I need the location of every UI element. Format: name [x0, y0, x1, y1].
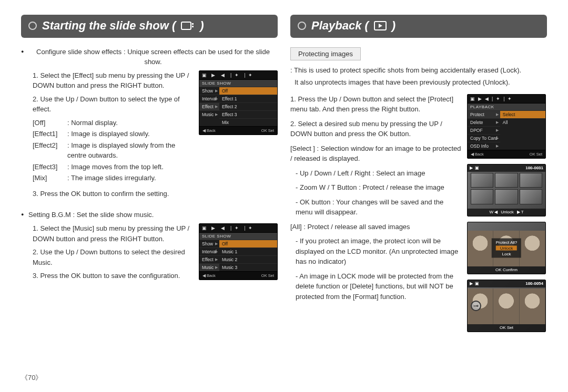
slideshow-icon: [181, 20, 195, 31]
lcd-opt: Music 2: [219, 255, 277, 263]
protect-select-head: [Select ] : Selection window for an imag…: [290, 143, 462, 164]
unlock-label: Unlock: [501, 210, 513, 214]
thumb-protect-all: Protect All? Unlock Lock OK Confirm: [467, 222, 546, 274]
lcd-row: OSD Info▶: [468, 142, 500, 150]
file-number: 100-0054: [525, 281, 543, 286]
left-heading-banner: Starting the slide show ( ): [21, 15, 278, 38]
protect-step1: 1. Press the Up / Down button and select…: [290, 94, 462, 115]
def-mix-key: [Mix]: [33, 173, 62, 183]
lcd-set: OK Set: [530, 152, 542, 157]
lcd-opt: Music 1: [219, 247, 277, 255]
lcd-row: Interval▶: [199, 247, 219, 255]
left-heading-text: Starting the slide show (: [42, 19, 176, 33]
protect-desc1: : This is used to protect specific shots…: [290, 66, 547, 76]
lcd-row: Effect▶: [199, 255, 219, 263]
lcd-back: ◀ Back: [471, 152, 484, 157]
protect-select-l1: - Up / Down / Left / Right : Select an i…: [296, 168, 462, 179]
bullet-dot-icon: [28, 22, 37, 30]
effects-step1: 1. Select the [Effect] sub menu by press…: [33, 70, 194, 91]
thumb-locked-image: ▶▣100-0054 ⊸ OK Set: [467, 280, 546, 332]
lcd-opt: Select: [500, 110, 545, 118]
thumb-select-grid: ▶▣100-0031 W ◀ Unlock ▶ T: [467, 164, 546, 216]
effects-intro: Configure slide show effects : Unique sc…: [21, 47, 278, 67]
protect-all-lock: Lock: [502, 251, 511, 256]
lcd-playback-title: PLAYBACK: [468, 104, 545, 110]
protecting-subhead: Protecting images: [290, 47, 361, 60]
lcd-effect-menu: ▣▶◀|✦|✦ SLIDE SHOW Show▶ Interval▶ Effec…: [199, 70, 278, 135]
lcd-back: ◀ Back: [202, 273, 216, 278]
lcd-row: DPOF▶: [468, 126, 500, 134]
lcd-opt: Effect 2: [219, 102, 277, 110]
section-music: Setting B.G.M : Set the slide show music…: [21, 210, 278, 284]
play-icon: ▶: [470, 166, 473, 170]
lcd-row: Interval▶: [199, 95, 219, 102]
protect-desc2: It also unprotects images that have been…: [295, 78, 547, 88]
lcd-row: Show▶: [199, 87, 219, 95]
lcd-opt: Effect 1: [219, 95, 277, 102]
page-number: 《70》: [21, 373, 42, 383]
file-number: 100-0031: [525, 166, 543, 170]
svg-rect-0: [181, 22, 191, 29]
lcd-opt: Off: [219, 240, 277, 247]
protect-all-l1: - If you protect an image, the protect i…: [296, 236, 462, 267]
svg-marker-4: [379, 24, 382, 28]
def-off-val: : Normal display.: [67, 118, 194, 128]
protect-all-title: Protect All?: [496, 240, 517, 244]
effects-step2: 2. Use the Up / Down button to select th…: [33, 94, 194, 115]
lcd-row: Show▶: [199, 240, 219, 247]
lcd-row: Music▶: [199, 110, 219, 118]
effects-step3: 3. Press the OK button to confirm the se…: [33, 189, 194, 199]
protect-all-unlock: Unlock: [496, 245, 517, 250]
music-step2: 2. Use the Up / Down buttons to select t…: [33, 247, 194, 267]
confirm-label: OK Confirm: [495, 267, 518, 272]
def-e1-key: [Effect1]: [33, 129, 62, 139]
def-e3-key: [Effect3]: [33, 162, 62, 172]
def-e2-key: [Effect2]: [33, 140, 62, 161]
def-mix-val: : The image slides irregularly.: [67, 173, 194, 183]
lcd-music-title: SLIDE SHOW: [199, 233, 277, 240]
ok-set-label: OK Set: [500, 325, 513, 330]
lcd-opt: Mix: [219, 118, 277, 126]
music-step1: 1. Select the [Music] sub menu by pressi…: [33, 223, 194, 244]
lcd-opt: Music 3: [219, 263, 277, 271]
music-step3: 3. Press the OK button to save the confi…: [33, 271, 194, 281]
section-effects: Configure slide show effects : Unique sc…: [21, 47, 278, 202]
protect-step2: 2. Select a desired sub menu by pressing…: [290, 119, 462, 139]
right-heading-text: Playback (: [311, 19, 369, 33]
lcd-music-menu: ▣▶◀|✦|✦ SLIDE SHOW Show▶ Interval▶ Effec…: [199, 223, 278, 280]
playback-icon: [374, 21, 387, 30]
right-heading-close: ): [392, 19, 395, 33]
lcd-set: OK Set: [261, 273, 274, 278]
lcd-set: OK Set: [261, 128, 274, 133]
zoom-t-label: ▶ T: [517, 210, 524, 214]
def-e2-val: : Image is displayed slowly from the cen…: [67, 140, 194, 161]
lcd-back: ◀ Back: [202, 128, 216, 133]
protect-all-l2: - An image in LOCK mode will be protecte…: [296, 271, 462, 302]
lcd-effect-title: SLIDE SHOW: [199, 80, 277, 87]
left-heading-close: ): [200, 19, 204, 33]
def-e3-val: : Image moves from the top left.: [67, 162, 194, 172]
right-heading-banner: Playback ( ): [290, 15, 547, 38]
music-intro: Setting B.G.M : Set the slide show music…: [21, 210, 278, 220]
lcd-row: Protect▶: [468, 110, 500, 118]
left-column: Starting the slide show ( ) Configure sl…: [21, 15, 278, 332]
lcd-row: Copy To Card▶: [468, 134, 500, 142]
protect-all-head: [All] : Protect / release all saved imag…: [290, 222, 462, 232]
svg-rect-1: [192, 23, 194, 25]
lock-icon: ⊸: [471, 301, 481, 311]
protect-select-l3: - OK button : Your changes will be saved…: [296, 197, 462, 218]
def-off-key: [Off]: [33, 118, 62, 128]
protect-select-l2: - Zoom W / T Button : Protect / release …: [296, 182, 462, 193]
right-column: Playback ( ) Protecting images : This is…: [290, 15, 547, 332]
lcd-row: Music▶: [199, 263, 219, 271]
zoom-w-label: W ◀: [489, 210, 498, 214]
bullet-dot-icon: [298, 22, 306, 30]
lcd-opt: Effect 3: [219, 110, 277, 118]
lcd-opt: All: [500, 118, 545, 126]
lcd-opt: Off: [219, 87, 277, 95]
lcd-row: Effect▶: [199, 102, 219, 110]
lcd-playback-menu: ▣▶◀|✦|✦ PLAYBACK Protect▶ Delete▶ DPOF▶ …: [467, 94, 546, 159]
svg-rect-2: [192, 26, 194, 27]
def-e1-val: : Image is displayed slowly.: [67, 129, 194, 139]
lcd-row: Delete▶: [468, 118, 500, 126]
